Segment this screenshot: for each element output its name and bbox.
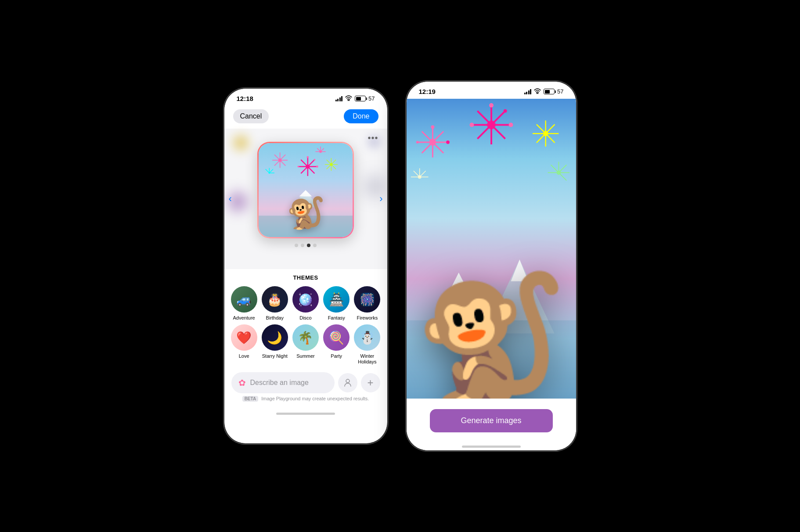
svg-line-31	[308, 160, 315, 167]
right-battery-percent: 57	[557, 88, 563, 95]
svg-line-35	[301, 167, 308, 174]
svg-line-13	[331, 165, 336, 169]
svg-line-60	[545, 124, 555, 133]
theme-label-winter-holidays: Winter Holidays	[353, 353, 382, 365]
theme-item-fireworks[interactable]: 🎆 Fireworks	[353, 286, 382, 321]
left-status-icons: 57	[335, 95, 375, 102]
svg-point-39	[314, 159, 315, 161]
svg-point-67	[556, 170, 561, 175]
theme-item-party[interactable]: 🍭 Party	[322, 324, 351, 365]
screens-container: 12:18 57	[215, 72, 586, 460]
theme-label-fireworks: Fireworks	[357, 315, 378, 321]
theme-item-summer[interactable]: 🌴 Summer	[291, 324, 320, 365]
svg-line-6	[274, 160, 280, 166]
theme-label-party: Party	[331, 353, 342, 359]
svg-point-56	[446, 140, 450, 144]
left-screen: 12:18 57	[224, 89, 387, 443]
input-area: ✿ Describe an image + BETA	[224, 369, 387, 410]
battery-icon	[355, 96, 366, 101]
svg-line-26	[269, 169, 273, 173]
theme-circle-fantasy: 🏯	[323, 286, 350, 313]
theme-item-fantasy[interactable]: 🏯 Fantasy	[322, 286, 351, 321]
themes-title: THEMES	[233, 274, 378, 281]
theme-item-adventure[interactable]: 🚙 Adventure	[230, 286, 259, 321]
svg-line-8	[274, 155, 280, 160]
theme-item-birthday[interactable]: 🎂 Birthday	[260, 286, 289, 321]
right-time: 12:19	[419, 88, 436, 95]
wifi-icon	[345, 95, 352, 102]
theme-circle-party: 🍭	[323, 324, 350, 351]
theme-item-love[interactable]: ❤️ Love	[230, 324, 259, 365]
dot-4[interactable]	[313, 244, 317, 247]
svg-point-9	[330, 163, 332, 166]
cancel-button[interactable]: Cancel	[233, 109, 269, 123]
svg-point-41	[298, 166, 299, 168]
svg-line-82	[477, 111, 491, 125]
svg-line-62	[545, 133, 555, 143]
theme-circle-love: ❤️	[231, 324, 257, 351]
right-content: 🐒 Generate images	[407, 99, 576, 450]
describe-placeholder: Describe an image	[250, 379, 309, 387]
svg-point-87	[418, 175, 421, 179]
plus-icon: +	[367, 377, 373, 389]
left-phone-frame: 12:18 57	[223, 88, 388, 444]
svg-line-80	[477, 125, 491, 139]
svg-point-29	[306, 165, 310, 169]
person-icon	[343, 378, 352, 387]
svg-point-45	[346, 379, 350, 383]
svg-line-91	[413, 171, 419, 177]
svg-line-2	[280, 155, 286, 160]
dot-3[interactable]	[307, 244, 310, 247]
generate-images-button[interactable]: Generate images	[430, 409, 553, 432]
dots-indicator	[295, 244, 317, 247]
theme-label-summer: Summer	[296, 353, 315, 359]
theme-label-disco: Disco	[299, 315, 312, 321]
svg-line-71	[559, 173, 566, 180]
battery-percent: 57	[368, 95, 375, 102]
svg-line-54	[422, 131, 432, 142]
themes-section: THEMES 🚙 Adventure 🎂 Birthday 🪩 Disco	[224, 269, 387, 369]
svg-point-46	[429, 139, 436, 146]
more-options-button[interactable]: •••	[368, 133, 378, 143]
theme-circle-winter-holidays: ☃️	[354, 324, 380, 351]
theme-circle-disco: 🪩	[292, 286, 319, 313]
svg-line-33	[308, 167, 315, 174]
theme-item-starry-night[interactable]: 🌙 Starry Night	[260, 324, 289, 365]
svg-point-55	[431, 125, 434, 129]
svg-line-20	[321, 148, 324, 152]
svg-line-64	[536, 133, 545, 143]
svg-line-78	[491, 125, 505, 139]
svg-line-89	[419, 171, 425, 177]
blur-decoration-4	[366, 178, 384, 195]
svg-point-38	[306, 156, 309, 158]
left-status-bar: 12:18 57	[224, 89, 387, 106]
right-home-indicator	[462, 446, 521, 448]
svg-line-17	[327, 160, 332, 165]
describe-input-container[interactable]: ✿ Describe an image	[231, 372, 335, 393]
theme-label-adventure: Adventure	[233, 315, 255, 321]
main-image: 🐒	[257, 142, 354, 238]
theme-label-fantasy: Fantasy	[328, 315, 345, 321]
right-image-area: 🐒	[407, 99, 576, 399]
svg-line-22	[317, 148, 321, 152]
theme-item-winter-holidays[interactable]: ☃️ Winter Holidays	[353, 324, 382, 365]
theme-item-disco[interactable]: 🪩 Disco	[291, 286, 320, 321]
theme-circle-starry-night: 🌙	[262, 324, 288, 351]
input-row: ✿ Describe an image +	[231, 372, 380, 393]
next-arrow-button[interactable]: ›	[379, 193, 382, 205]
svg-line-72	[551, 165, 559, 173]
done-button[interactable]: Done	[344, 109, 378, 123]
svg-line-4	[280, 160, 286, 166]
themes-grid: 🚙 Adventure 🎂 Birthday 🪩 Disco 🏯 Fantasy	[224, 286, 387, 365]
svg-point-18	[319, 151, 322, 153]
right-phone-frame: 12:19 57	[406, 81, 577, 451]
person-button[interactable]	[338, 373, 357, 392]
svg-line-66	[536, 124, 545, 133]
dot-2[interactable]	[301, 244, 304, 247]
prev-arrow-button[interactable]: ‹	[229, 193, 232, 205]
plus-button[interactable]: +	[361, 373, 380, 392]
dot-1[interactable]	[295, 244, 298, 247]
svg-line-28	[266, 169, 270, 173]
svg-line-76	[491, 111, 505, 125]
theme-label-birthday: Birthday	[266, 315, 284, 321]
